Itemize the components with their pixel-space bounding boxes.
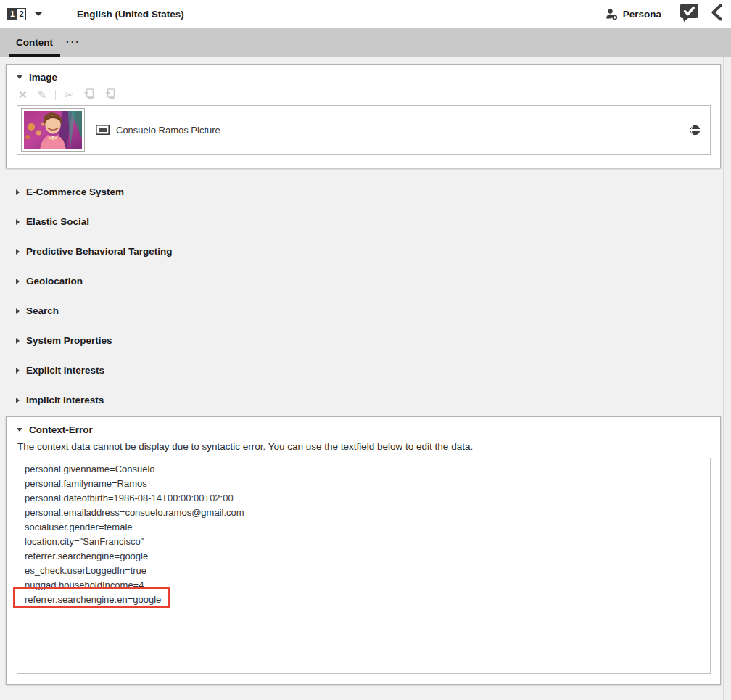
locale-variant-switcher[interactable]: 1 2 — [7, 8, 42, 20]
chevron-collapsed-icon — [16, 308, 20, 314]
section-title: Elastic Social — [26, 216, 89, 227]
persona-icon — [606, 8, 618, 20]
collapsible-section-header[interactable]: Predictive Behavioral Targeting — [0, 236, 723, 266]
chevron-collapsed-icon — [16, 219, 20, 225]
image-link-label: Consuelo Ramos Picture — [116, 125, 220, 136]
context-data-textfield[interactable]: personal.givenname=Consuelo personal.fam… — [17, 458, 711, 674]
document-type-indicator: Persona — [606, 8, 661, 20]
chevron-collapsed-icon — [16, 279, 20, 284]
collapsible-section-header[interactable]: Elastic Social — [0, 207, 723, 236]
context-error-description: The context data cannot be display due t… — [7, 440, 720, 458]
tab-more-menu[interactable]: ··· — [60, 28, 86, 57]
vertical-scrollbar[interactable] — [723, 57, 731, 700]
top-header-bar: 1 2 English (United States) Persona — [0, 0, 731, 28]
context-data-line: es_check.userLoggedIn=true — [25, 564, 703, 578]
edit-icon[interactable]: ✎ — [38, 90, 47, 100]
section-title: Geolocation — [26, 276, 83, 287]
collapse-panel-chevron-left-icon[interactable] — [711, 4, 722, 24]
section-title: Search — [26, 305, 59, 316]
section-title: Implicit Interests — [26, 395, 104, 405]
section-context-error-header[interactable]: Context-Error — [7, 417, 720, 440]
collapsible-section-header[interactable]: Explicit Interests — [0, 355, 723, 385]
globe-site-icon — [690, 125, 701, 136]
chevron-down-icon — [35, 12, 42, 16]
toolbar-divider — [55, 90, 56, 100]
section-image: Image ✕ ✎ ✂ — [6, 64, 721, 168]
document-type-label: Persona — [623, 9, 661, 20]
context-data-line: personal.emailaddress=consuelo.ramos@gma… — [25, 506, 703, 520]
section-title: Predictive Behavioral Targeting — [26, 246, 173, 257]
image-link-toolbar: ✕ ✎ ✂ — [7, 87, 720, 105]
section-title: System Properties — [26, 335, 112, 346]
collapsible-section-header[interactable]: Search — [0, 296, 723, 326]
context-data-line: location.city="SanFrancisco" — [25, 535, 703, 549]
context-data-line: socialuser.gender=female — [25, 520, 703, 535]
paste-icon[interactable] — [105, 88, 116, 101]
tab-bar: Content ··· — [0, 28, 731, 57]
section-title: Explicit Interests — [26, 365, 104, 376]
approval-status-badge-icon[interactable] — [679, 3, 699, 25]
collapsed-section-list: E-Commerce System Elastic Social Predict… — [0, 177, 723, 415]
section-context-error: Context-Error The context data cannot be… — [6, 416, 721, 685]
chevron-collapsed-icon — [16, 398, 20, 403]
context-data-line: referrer.searchengine.en=google — [25, 593, 703, 607]
collapsible-section-header[interactable]: E-Commerce System — [0, 177, 723, 207]
collapsible-section-header[interactable]: Implicit Interests — [0, 385, 723, 415]
document-form-area: Image ✕ ✎ ✂ — [0, 57, 723, 700]
chevron-expanded-icon — [17, 428, 22, 432]
image-thumbnail — [21, 108, 85, 152]
context-data-line: referrer.searchengine=google — [25, 549, 703, 564]
picture-type-icon — [96, 125, 110, 135]
collapsible-section-header[interactable]: System Properties — [0, 326, 723, 355]
context-data-line: personal.givenname=Consuelo — [25, 462, 703, 477]
remove-icon[interactable]: ✕ — [18, 90, 28, 100]
context-data-line: personal.familyname=Ramos — [25, 477, 703, 491]
section-image-header[interactable]: Image — [7, 65, 720, 87]
context-data-line: nuggad.householdIncome=4 — [25, 578, 703, 593]
cut-icon[interactable]: ✂ — [65, 90, 74, 100]
tab-content[interactable]: Content — [9, 28, 60, 57]
variant-split-icon: 1 2 — [7, 8, 26, 20]
chevron-collapsed-icon — [16, 368, 20, 374]
locale-label: English (United States) — [77, 9, 184, 20]
image-link-item-row[interactable]: Consuelo Ramos Picture — [17, 105, 711, 155]
section-title: E-Commerce System — [26, 186, 124, 197]
context-data-line: personal.dateofbirth=1986-08-14T00:00:00… — [25, 491, 703, 506]
collapsible-section-header[interactable]: Geolocation — [0, 266, 723, 296]
variant-left-digit: 1 — [8, 9, 17, 20]
copy-icon[interactable] — [84, 88, 95, 101]
chevron-collapsed-icon — [16, 338, 20, 344]
variant-right-digit: 2 — [17, 9, 25, 20]
chevron-collapsed-icon — [16, 249, 20, 255]
chevron-collapsed-icon — [16, 189, 20, 195]
chevron-expanded-icon — [17, 75, 22, 79]
context-data-editor-wrap: personal.givenname=Consuelo personal.fam… — [17, 458, 711, 674]
